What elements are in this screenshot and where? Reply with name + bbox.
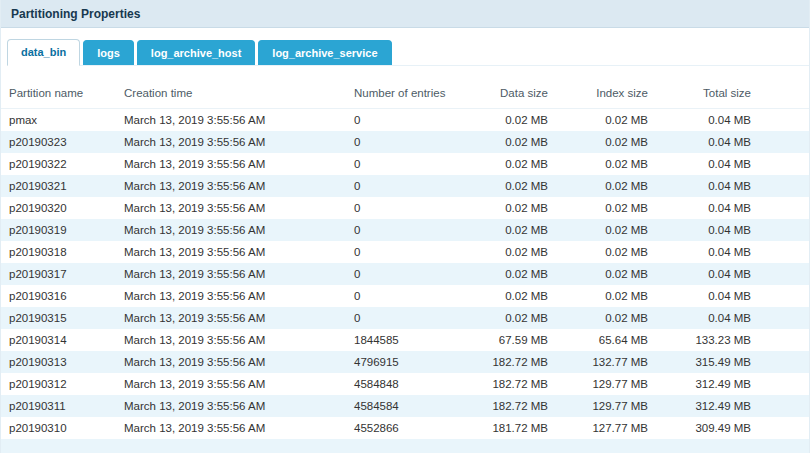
tab-log_archive_host[interactable]: log_archive_host: [137, 40, 255, 65]
cell-number-of-entries: 4796915: [346, 351, 464, 373]
table-row-p20190321[interactable]: p20190321March 13, 2019 3:55:56 AM00.02 …: [1, 175, 809, 197]
cell-filler: [759, 351, 809, 373]
cell-creation-time: March 13, 2019 3:55:56 AM: [116, 417, 346, 439]
panel-title-bar: Partitioning Properties: [1, 0, 809, 28]
table-row-pmax[interactable]: pmaxMarch 13, 2019 3:55:56 AM00.02 MB0.0…: [1, 109, 809, 132]
cell-total-size: 312.49 MB: [656, 373, 759, 395]
cell-index-size: 129.77 MB: [556, 395, 656, 417]
column-header-number-of-entries: Number of entries: [346, 78, 464, 109]
table-row-p20190310[interactable]: p20190310March 13, 2019 3:55:56 AM455286…: [1, 417, 809, 439]
cell-partition-name: p20190310: [1, 417, 116, 439]
cell-number-of-entries: 1844585: [346, 329, 464, 351]
cell-data-size: 0.02 MB: [464, 219, 556, 241]
cell-creation-time: March 13, 2019 3:55:56 AM: [116, 351, 346, 373]
cell-total-size: 0.04 MB: [656, 197, 759, 219]
cell-partition-name: p20190315: [1, 307, 116, 329]
cell-index-size: 0.02 MB: [556, 153, 656, 175]
cell-partition-name: p20190319: [1, 219, 116, 241]
cell-total-size: 309.49 MB: [656, 417, 759, 439]
table-row-p20190319[interactable]: p20190319March 13, 2019 3:55:56 AM00.02 …: [1, 219, 809, 241]
table-row-p20190323[interactable]: p20190323March 13, 2019 3:55:56 AM00.02 …: [1, 131, 809, 153]
cell-number-of-entries: 0: [346, 241, 464, 263]
cell-total-size: 312.49 MB: [656, 395, 759, 417]
cell-number-of-entries: 0: [346, 263, 464, 285]
cell-number-of-entries: 4584848: [346, 373, 464, 395]
tab-log_archive_service[interactable]: log_archive_service: [258, 40, 391, 65]
cell-data-size: 0.02 MB: [464, 131, 556, 153]
cell-filler: [759, 285, 809, 307]
cell-creation-time: March 13, 2019 3:55:56 AM: [116, 131, 346, 153]
cell-partition-name: pmax: [1, 109, 116, 132]
cell-filler: [759, 219, 809, 241]
cell-partition-name: p20190320: [1, 197, 116, 219]
cell-creation-time: March 13, 2019 3:55:56 AM: [116, 263, 346, 285]
partitions-table: Partition nameCreation timeNumber of ent…: [1, 78, 809, 439]
tab-logs[interactable]: logs: [83, 40, 134, 65]
cell-partition-name: p20190311: [1, 395, 116, 417]
cell-index-size: 0.02 MB: [556, 109, 656, 132]
cell-filler: [759, 263, 809, 285]
column-header-index-size: Index size: [556, 78, 656, 109]
cell-total-size: 0.04 MB: [656, 153, 759, 175]
table-row-p20190312[interactable]: p20190312March 13, 2019 3:55:56 AM458484…: [1, 373, 809, 395]
column-header-total-size: Total size: [656, 78, 759, 109]
cell-filler: [759, 329, 809, 351]
cell-partition-name: p20190313: [1, 351, 116, 373]
table-header-row: Partition nameCreation timeNumber of ent…: [1, 78, 809, 109]
panel-title: Partitioning Properties: [11, 7, 140, 21]
cell-filler: [759, 395, 809, 417]
cell-data-size: 0.02 MB: [464, 285, 556, 307]
cell-total-size: 315.49 MB: [656, 351, 759, 373]
cell-data-size: 0.02 MB: [464, 263, 556, 285]
cell-number-of-entries: 0: [346, 197, 464, 219]
cell-creation-time: March 13, 2019 3:55:56 AM: [116, 285, 346, 307]
cell-number-of-entries: 4584584: [346, 395, 464, 417]
cell-number-of-entries: 0: [346, 153, 464, 175]
table-row-p20190318[interactable]: p20190318March 13, 2019 3:55:56 AM00.02 …: [1, 241, 809, 263]
cell-filler: [759, 241, 809, 263]
table-row-p20190314[interactable]: p20190314March 13, 2019 3:55:56 AM184458…: [1, 329, 809, 351]
cell-data-size: 182.72 MB: [464, 395, 556, 417]
cell-data-size: 0.02 MB: [464, 153, 556, 175]
cell-creation-time: March 13, 2019 3:55:56 AM: [116, 307, 346, 329]
cell-filler: [759, 417, 809, 439]
cell-data-size: 67.59 MB: [464, 329, 556, 351]
table-row-p20190311[interactable]: p20190311March 13, 2019 3:55:56 AM458458…: [1, 395, 809, 417]
cell-index-size: 132.77 MB: [556, 351, 656, 373]
cell-index-size: 0.02 MB: [556, 197, 656, 219]
column-header-partition-name: Partition name: [1, 78, 116, 109]
cell-filler: [759, 373, 809, 395]
table-row-p20190313[interactable]: p20190313March 13, 2019 3:55:56 AM479691…: [1, 351, 809, 373]
cell-data-size: 0.02 MB: [464, 197, 556, 219]
table-row-p20190320[interactable]: p20190320March 13, 2019 3:55:56 AM00.02 …: [1, 197, 809, 219]
cell-data-size: 0.02 MB: [464, 241, 556, 263]
cell-creation-time: March 13, 2019 3:55:56 AM: [116, 153, 346, 175]
cell-partition-name: p20190312: [1, 373, 116, 395]
table-row-p20190322[interactable]: p20190322March 13, 2019 3:55:56 AM00.02 …: [1, 153, 809, 175]
cell-data-size: 0.02 MB: [464, 109, 556, 132]
table-row-p20190315[interactable]: p20190315March 13, 2019 3:55:56 AM00.02 …: [1, 307, 809, 329]
cell-number-of-entries: 0: [346, 131, 464, 153]
tab-data_bin[interactable]: data_bin: [7, 39, 80, 66]
table-row-p20190316[interactable]: p20190316March 13, 2019 3:55:56 AM00.02 …: [1, 285, 809, 307]
cell-filler: [759, 131, 809, 153]
cell-number-of-entries: 0: [346, 175, 464, 197]
cell-number-of-entries: 0: [346, 219, 464, 241]
cell-total-size: 0.04 MB: [656, 263, 759, 285]
cell-partition-name: p20190318: [1, 241, 116, 263]
cell-creation-time: March 13, 2019 3:55:56 AM: [116, 175, 346, 197]
cell-total-size: 0.04 MB: [656, 131, 759, 153]
cell-filler: [759, 175, 809, 197]
cell-number-of-entries: 0: [346, 285, 464, 307]
cell-total-size: 0.04 MB: [656, 285, 759, 307]
column-header-creation-time: Creation time: [116, 78, 346, 109]
cell-data-size: 181.72 MB: [464, 417, 556, 439]
cell-total-size: 0.04 MB: [656, 307, 759, 329]
cell-partition-name: p20190317: [1, 263, 116, 285]
table-row-p20190317[interactable]: p20190317March 13, 2019 3:55:56 AM00.02 …: [1, 263, 809, 285]
cell-index-size: 0.02 MB: [556, 241, 656, 263]
cell-partition-name: p20190316: [1, 285, 116, 307]
cell-creation-time: March 13, 2019 3:55:56 AM: [116, 219, 346, 241]
tab-bar: data_binlogslog_archive_hostlog_archive_…: [7, 40, 809, 66]
cell-filler: [759, 197, 809, 219]
